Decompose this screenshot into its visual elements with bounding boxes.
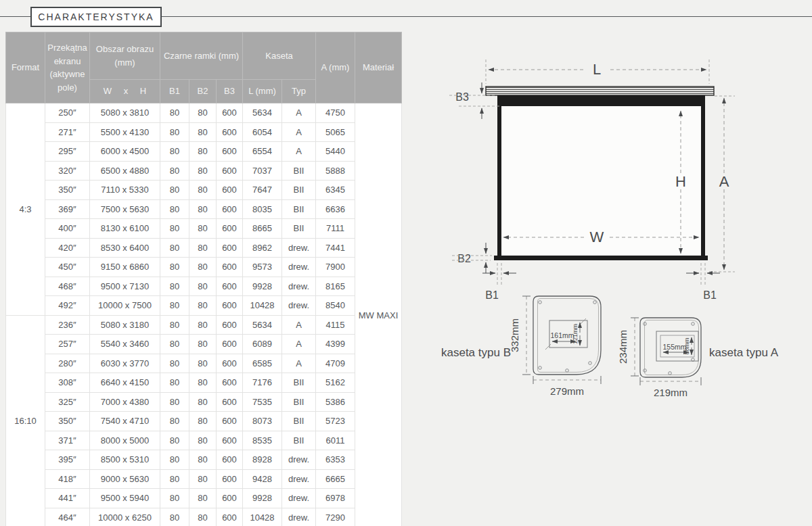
cell-b3: 600 xyxy=(217,392,243,412)
cell-diagonal: 395″ xyxy=(45,450,90,470)
cell-typ: A xyxy=(282,142,316,162)
cell-b3: 600 xyxy=(217,181,243,200)
cell-b3: 600 xyxy=(217,219,243,239)
cell-diagonal: 325″ xyxy=(45,392,90,412)
col-header-b1: B1 xyxy=(160,80,189,103)
table-row: 492″10000 x 7500808060010428drew.8540 xyxy=(6,296,402,316)
cell-b2: 80 xyxy=(189,277,217,296)
cell-a-mm: 5888 xyxy=(316,161,355,181)
cell-a-mm: 5440 xyxy=(316,142,355,162)
cell-l-mm: 9428 xyxy=(243,469,282,489)
cell-l-mm: 8073 xyxy=(243,412,282,431)
cell-diagonal: 257″ xyxy=(45,335,90,354)
cell-image-area: 9500 x 5940 xyxy=(90,489,160,508)
cell-diagonal: 400″ xyxy=(45,219,90,239)
col-header-a-mm: A (mm) xyxy=(316,32,355,103)
cell-a-mm: 8165 xyxy=(316,277,355,296)
screen-front-view: L B3 H A W B2 xyxy=(449,59,735,301)
cell-typ: BII xyxy=(282,431,316,450)
cell-typ: drew. xyxy=(282,489,316,508)
cell-image-area: 6500 x 4880 xyxy=(90,161,160,181)
cell-b3: 600 xyxy=(217,103,243,123)
table-row: 16:10236″5080 x 318080806005634A4115 xyxy=(6,315,402,335)
material-cell: MW MAXI xyxy=(355,103,402,526)
format-cell: 16:10 xyxy=(6,315,45,526)
cell-image-area: 5080 x 3810 xyxy=(90,103,160,123)
cell-b2: 80 xyxy=(189,431,217,450)
cell-b3: 600 xyxy=(217,354,243,373)
cell-image-area: 7000 x 4380 xyxy=(90,392,160,412)
cell-a-mm: 6345 xyxy=(316,181,355,200)
cell-b3: 600 xyxy=(217,315,243,335)
cell-b3: 600 xyxy=(217,238,243,258)
cell-image-area: 6000 x 4500 xyxy=(90,142,160,162)
cell-b1: 80 xyxy=(160,142,189,162)
cassette-bar xyxy=(486,87,714,95)
col-header-black-borders: Czarne ramki (mm) xyxy=(160,32,243,80)
dim-label-B3: B3 xyxy=(455,91,469,103)
cell-diagonal: 464″ xyxy=(45,508,90,526)
cassette-b-inner-width-label: 161mm xyxy=(550,331,574,339)
spec-table-body: 4:3250″5080 x 381080806005634A4750MW MAX… xyxy=(6,103,402,526)
cell-typ: BII xyxy=(282,412,316,431)
cell-b1: 80 xyxy=(160,335,189,354)
cell-b2: 80 xyxy=(189,508,217,526)
cell-l-mm: 9573 xyxy=(243,258,282,277)
cell-b3: 600 xyxy=(217,161,243,181)
cell-image-area: 7500 x 5630 xyxy=(90,199,160,219)
cell-l-mm: 8665 xyxy=(243,219,282,239)
cell-b3: 600 xyxy=(217,431,243,450)
col-header-diagonal: Przekątna ekranu (aktywne pole) xyxy=(45,32,90,103)
cell-b1: 80 xyxy=(160,199,189,219)
cell-b2: 80 xyxy=(189,258,217,277)
cell-a-mm: 7111 xyxy=(316,219,355,239)
table-row: 295″6000 x 450080806006554A5440 xyxy=(6,142,402,162)
cell-b2: 80 xyxy=(189,373,217,393)
cell-a-mm: 8540 xyxy=(316,296,355,316)
cell-b3: 600 xyxy=(217,142,243,162)
table-row: 371″8000 x 500080806008535BII6011 xyxy=(6,431,402,450)
cell-b2: 80 xyxy=(189,219,217,239)
cell-b2: 80 xyxy=(189,296,217,316)
cell-b2: 80 xyxy=(189,489,217,508)
cell-a-mm: 4115 xyxy=(316,315,355,335)
cell-image-area: 6030 x 3770 xyxy=(90,354,160,373)
cell-l-mm: 6585 xyxy=(243,354,282,373)
cell-diagonal: 369″ xyxy=(45,199,90,219)
table-row: 369″7500 x 563080806008035BII6636 xyxy=(6,199,402,219)
cell-diagonal: 450″ xyxy=(45,258,90,277)
cell-b2: 80 xyxy=(189,315,217,335)
cell-b1: 80 xyxy=(160,122,189,142)
cell-l-mm: 7647 xyxy=(243,181,282,200)
dim-label-H: H xyxy=(675,173,686,190)
cell-typ: drew. xyxy=(282,277,316,296)
cell-b1: 80 xyxy=(160,315,189,335)
cell-a-mm: 5162 xyxy=(316,373,355,393)
cell-typ: drew. xyxy=(282,238,316,258)
table-row: 468″9500 x 713080806009928drew.8165 xyxy=(6,277,402,296)
cassette-a-label: kaseta typu A xyxy=(709,346,779,359)
cell-b1: 80 xyxy=(160,258,189,277)
cell-typ: A xyxy=(282,315,316,335)
cell-l-mm: 9928 xyxy=(243,489,282,508)
cell-image-area: 8000 x 5000 xyxy=(90,431,160,450)
cell-b1: 80 xyxy=(160,238,189,258)
cell-typ: BII xyxy=(282,161,316,181)
cell-b3: 600 xyxy=(217,122,243,142)
cell-typ: drew. xyxy=(282,258,316,277)
cell-l-mm: 6554 xyxy=(243,142,282,162)
cell-typ: BII xyxy=(282,373,316,393)
table-row: 400″8130 x 610080806008665BII7111 xyxy=(6,219,402,239)
table-row: 4:3250″5080 x 381080806005634A4750MW MAX… xyxy=(6,103,402,123)
cassette-b-height-label: 332mm xyxy=(509,318,520,352)
cell-l-mm: 8535 xyxy=(243,431,282,450)
cassette-type-b-section: kaseta typu B 332mm 161mm 121mm 279mm xyxy=(441,296,601,397)
cell-b2: 80 xyxy=(189,238,217,258)
cell-image-area: 10000 x 6250 xyxy=(90,508,160,526)
cell-b2: 80 xyxy=(189,469,217,489)
cassette-type-a-section: kaseta typu A 234mm 155mm 88mm 219mm xyxy=(617,318,779,398)
cell-a-mm: 7441 xyxy=(316,238,355,258)
cell-diagonal: 441″ xyxy=(45,489,90,508)
cell-l-mm: 8035 xyxy=(243,199,282,219)
col-header-material: Materiał xyxy=(355,32,402,103)
